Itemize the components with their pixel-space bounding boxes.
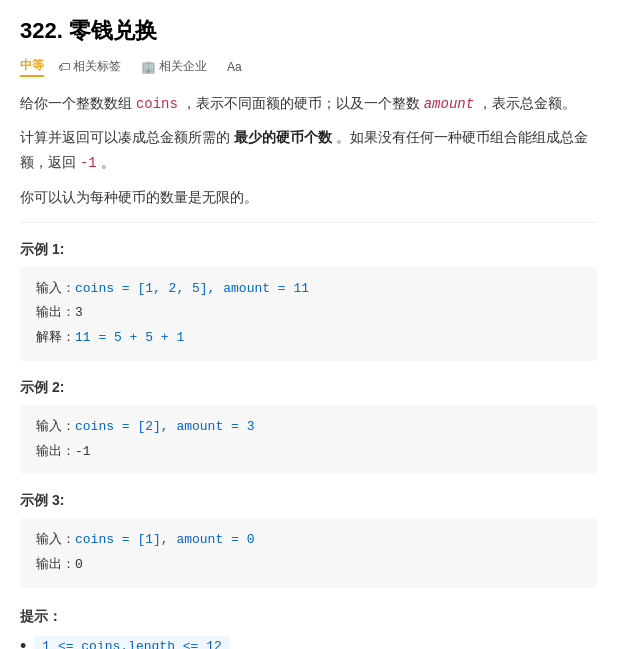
tip-code-1: 1 <= coins.length <= 12 <box>34 636 229 649</box>
example-1-title: 示例 1: <box>20 241 597 259</box>
tags-row: 中等 🏷 相关标签 🏢 相关企业 Aa <box>20 56 597 77</box>
description-3: 你可以认为每种硬币的数量是无限的。 <box>20 185 597 210</box>
example-1-explain: 解释：11 = 5 + 5 + 1 <box>36 326 581 351</box>
divider-1 <box>20 222 597 223</box>
tips-section: 提示： • 1 <= coins.length <= 12 • 1 <= coi… <box>20 608 597 649</box>
page-title: 322. 零钱兑换 <box>20 16 597 46</box>
company-icon: 🏢 <box>141 60 156 74</box>
tag-icon: 🏷 <box>58 60 70 74</box>
example-3-input: 输入：coins = [1], amount = 0 <box>36 528 581 553</box>
tips-list: • 1 <= coins.length <= 12 • 1 <= coins[i… <box>20 636 597 649</box>
example-2-box: 输入：coins = [2], amount = 3 输出：-1 <box>20 405 597 474</box>
example-3-box: 输入：coins = [1], amount = 0 输出：0 <box>20 518 597 587</box>
example-3-output: 输出：0 <box>36 553 581 578</box>
tag-related-companies[interactable]: 🏢 相关企业 <box>135 56 213 77</box>
example-3-title: 示例 3: <box>20 492 597 510</box>
company-label-text: 相关企业 <box>159 58 207 75</box>
example-section-2: 示例 2: 输入：coins = [2], amount = 3 输出：-1 <box>20 379 597 474</box>
example-1-input: 输入：coins = [1, 2, 5], amount = 11 <box>36 277 581 302</box>
highlight-min: 最少的硬币个数 <box>234 129 332 145</box>
example-section-1: 示例 1: 输入：coins = [1, 2, 5], amount = 11 … <box>20 241 597 361</box>
example-2-output: 输出：-1 <box>36 440 581 465</box>
tag-related-tags[interactable]: 🏷 相关标签 <box>52 56 127 77</box>
tag-font[interactable]: Aa <box>221 58 248 76</box>
code-amount-1: amount <box>424 96 474 112</box>
font-label: Aa <box>227 60 242 74</box>
tag-label-text: 相关标签 <box>73 58 121 75</box>
example-1-output: 输出：3 <box>36 301 581 326</box>
code-coins-1: coins <box>136 96 178 112</box>
example-2-input: 输入：coins = [2], amount = 3 <box>36 415 581 440</box>
example-2-title: 示例 2: <box>20 379 597 397</box>
bullet-1: • <box>20 637 26 649</box>
description-1: 给你一个整数数组 coins ，表示不同面额的硬币；以及一个整数 amount … <box>20 91 597 117</box>
tip-item-1: • 1 <= coins.length <= 12 <box>20 636 597 649</box>
example-section-3: 示例 3: 输入：coins = [1], amount = 0 输出：0 <box>20 492 597 587</box>
example-1-box: 输入：coins = [1, 2, 5], amount = 11 输出：3 解… <box>20 267 597 361</box>
tips-title: 提示： <box>20 608 597 626</box>
code-minus1: -1 <box>80 155 97 171</box>
description-2: 计算并返回可以凑成总金额所需的 最少的硬币个数 。如果没有任何一种硬币组合能组成… <box>20 125 597 176</box>
tag-difficulty[interactable]: 中等 <box>20 57 44 77</box>
